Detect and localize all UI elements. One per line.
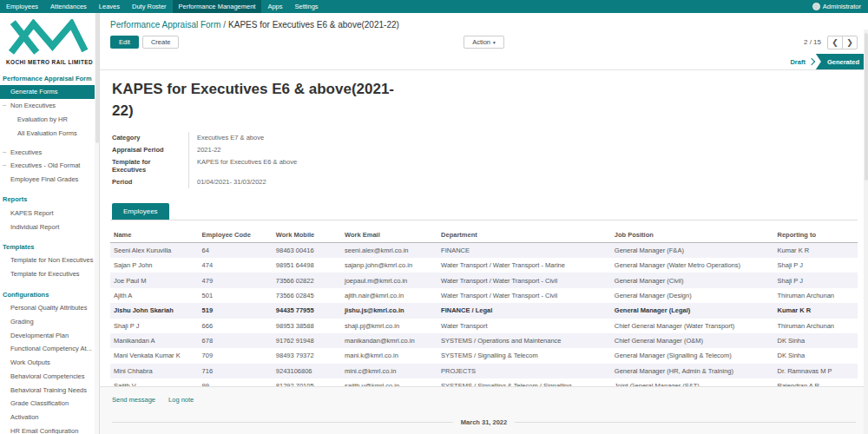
sidebar-item-activation[interactable]: Activation <box>0 411 99 424</box>
column-header-reporting-to[interactable]: Reporting to <box>774 227 858 243</box>
cell-reporting: Thiruman Archunan <box>774 319 858 333</box>
company-logo[interactable] <box>0 13 99 58</box>
cell-job: General Manager (Signalling & Telecom) <box>611 348 774 363</box>
sidebar-item-personal-quality-attributes[interactable]: Personal Quality Attributes <box>0 301 99 315</box>
sidebar-item-template-for-executives[interactable]: Template for Executives <box>0 267 99 281</box>
sidebar-item-behavioral-competencies[interactable]: Behavioral Competencies <box>0 370 99 384</box>
cell-code: 716 <box>199 364 273 378</box>
nav-item-apps[interactable]: Apps <box>261 0 288 13</box>
edit-button[interactable]: Edit <box>110 36 139 49</box>
nav-item-leaves[interactable]: Leaves <box>93 0 126 13</box>
sidebar-item-template-for-non-executives[interactable]: Template for Non Executives <box>0 253 99 267</box>
sidebar-item-executives-old-format[interactable]: Executives - Old Format <box>0 159 99 173</box>
sidebar-item-functional-competency[interactable]: Functional Competency At... <box>0 342 99 356</box>
table-row[interactable]: Seeni Alex Kuruvilla 64 98463 00416 seen… <box>110 242 858 258</box>
main-scrollbar-thumb[interactable] <box>865 33 868 181</box>
status-arrow-icon <box>808 58 815 65</box>
table-row-highlighted[interactable]: Jishu John Skariah 519 94435 77955 jishu… <box>110 303 858 318</box>
nav-item-employees[interactable]: Employees <box>0 0 44 13</box>
table-row[interactable]: Joe Paul M 479 73566 02822 joepaul.m@kmr… <box>110 273 858 287</box>
cell-mobile: 98463 00416 <box>273 242 341 258</box>
menu-header-templates[interactable]: Templates <box>0 240 99 253</box>
cell-dept: SYSTEMS / Signalling & Telecom / Signall… <box>437 378 611 386</box>
table-row[interactable]: Sajith V 99 81292 70105 sajith.v@kmrl.co… <box>110 378 858 386</box>
log-note-link[interactable]: Log note <box>168 396 194 404</box>
column-header-job-position[interactable]: Job Position <box>611 227 774 243</box>
sidebar-item-executives[interactable]: Executives <box>0 145 99 159</box>
sidebar-item-employee-final-grades[interactable]: Employee Final Grades <box>0 173 99 187</box>
field-category-value: Executives E7 & above <box>188 132 858 144</box>
cell-name: Mini Chhabra <box>110 364 199 378</box>
sidebar-item-grading[interactable]: Grading <box>0 314 99 328</box>
cell-job: Chief General Manager (Water Transport) <box>611 319 774 333</box>
table-row[interactable]: Sajan P John 474 98951 64498 sajanp.john… <box>110 258 858 273</box>
table-row[interactable]: Shaji P J 666 98953 38588 shaji.pj@kmrl.… <box>110 319 858 333</box>
table-row[interactable]: Mini Chhabra 716 9243106806 mini.c@kmrl.… <box>110 364 858 378</box>
divider-line <box>112 422 453 423</box>
cell-dept: PROJECTS <box>437 364 611 378</box>
send-message-link[interactable]: Send message <box>112 396 155 404</box>
field-appraisal-period-label: Appraisal Period <box>112 144 188 156</box>
table-row[interactable]: Ajith A 501 73566 02845 ajith.nair@kmrl.… <box>110 288 858 303</box>
action-dropdown-button[interactable]: Action▾ <box>464 36 504 49</box>
menu-header-configurations[interactable]: Configurations <box>0 287 99 301</box>
sidebar-item-individual-report[interactable]: Individual Report <box>0 220 99 233</box>
table-row[interactable]: Mani Venkata Kumar K 709 98493 79372 man… <box>110 348 858 363</box>
status-draft[interactable]: Draft <box>781 54 816 69</box>
kmrl-logo-icon <box>7 19 89 56</box>
column-header-work-email[interactable]: Work Email <box>341 227 437 243</box>
column-header-department[interactable]: Department <box>437 227 611 243</box>
sidebar-item-non-executives[interactable]: Non Executives <box>0 99 99 113</box>
column-header-name[interactable]: Name <box>110 227 199 243</box>
field-appraisal-period-value: 2021-22 <box>188 144 858 156</box>
breadcrumb-current: KAPES for Executives E6 & above(2021-22) <box>228 20 399 30</box>
table-row[interactable]: Manikandan A 678 91762 91948 manikandan@… <box>110 333 858 348</box>
user-menu[interactable]: Administrator <box>806 0 868 13</box>
cell-reporting: DK Sinha <box>774 348 858 363</box>
cell-email: mani.k@kmrl.co.in <box>341 348 437 363</box>
sidebar-item-all-evaluation-forms[interactable]: All Evaluation Forms <box>0 126 99 140</box>
create-button[interactable]: Create <box>142 36 180 49</box>
menu-header-reports[interactable]: Reports <box>0 192 99 206</box>
status-generated-active[interactable]: Generated <box>816 54 868 69</box>
column-header-employee-code[interactable]: Employee Code <box>199 227 273 243</box>
cell-dept: Water Transport / Water Transport - Civi… <box>437 273 611 287</box>
content-area: Performance Appraisal Form / KAPES for E… <box>100 13 868 434</box>
sidebar-scrollbar[interactable] <box>95 13 99 434</box>
nav-item-settings[interactable]: Settings <box>289 0 325 13</box>
field-period: Period 01/04/2021- 31/03/2022 <box>112 176 858 188</box>
sidebar-item-behavioral-training-needs[interactable]: Behavioral Training Needs <box>0 383 99 397</box>
cell-job: Chief General Manager (O&M) <box>611 333 774 348</box>
column-header-work-mobile[interactable]: Work Mobile <box>273 227 341 243</box>
breadcrumb-parent-link[interactable]: Performance Appraisal Form <box>110 20 220 30</box>
company-name: KOCHI METRO RAIL LIMITED <box>0 58 99 71</box>
nav-item-attendances[interactable]: Attendances <box>44 0 93 13</box>
tab-employees[interactable]: Employees <box>112 203 169 220</box>
cell-job: General Manager (Design) <box>611 288 774 303</box>
cell-job: General Manager (F&A) <box>611 242 774 258</box>
cell-mobile: 91762 91948 <box>273 333 341 348</box>
sidebar-item-kapes-report[interactable]: KAPES Report <box>0 206 99 220</box>
sidebar-item-grade-classification[interactable]: Grade Classification <box>0 397 99 411</box>
cell-mobile: 94435 77955 <box>273 303 341 318</box>
nav-item-performance-management[interactable]: Performance Management <box>173 0 262 13</box>
sidebar-scrollbar-thumb[interactable] <box>95 13 99 143</box>
cell-code: 519 <box>199 303 273 318</box>
pager-previous-button[interactable]: ❮ <box>827 36 843 49</box>
cell-code: 678 <box>199 333 273 348</box>
cell-code: 479 <box>199 273 273 287</box>
field-appraisal-period: Appraisal Period 2021-22 <box>112 144 858 156</box>
pager-next-button[interactable]: ❯ <box>842 36 858 49</box>
nav-item-duty-roster[interactable]: Duty Roster <box>126 0 173 13</box>
menu-header-performance-appraisal-form[interactable]: Performance Appraisal Form <box>0 71 99 85</box>
cell-name: Mani Venkata Kumar K <box>110 348 199 363</box>
sidebar-item-evaluation-by-hr[interactable]: Evaluation by HR <box>0 113 99 127</box>
main-scrollbar[interactable] <box>864 30 868 434</box>
cell-email: sajith.v@kmrl.co.in <box>341 378 437 386</box>
form-sheet: KAPES for Executives E6 & above(2021-22)… <box>100 70 868 386</box>
sidebar-item-work-outputs[interactable]: Work Outputs <box>0 356 99 370</box>
cell-code: 666 <box>199 319 273 333</box>
sidebar-item-hr-email-configuration[interactable]: HR Email Configuration <box>0 424 99 434</box>
sidebar-item-generate-forms[interactable]: Generate Forms <box>0 85 99 99</box>
sidebar-item-developmental-plan[interactable]: Developmental Plan <box>0 328 99 342</box>
